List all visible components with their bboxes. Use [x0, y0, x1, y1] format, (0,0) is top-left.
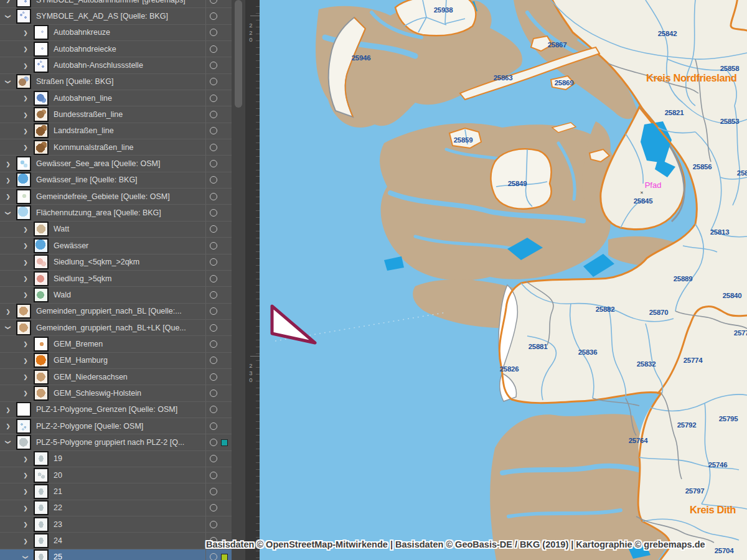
layer-thumbnail[interactable]	[16, 304, 31, 319]
chevron-right-icon[interactable]: ❯	[22, 243, 30, 249]
layer-row[interactable]: ❯Bundesstraßen_line	[0, 106, 232, 123]
map-canvas[interactable]: 2593825946258672586325869258422585825821…	[260, 0, 747, 560]
layer-thumbnail[interactable]	[34, 337, 49, 352]
layer-thumbnail[interactable]	[34, 58, 49, 73]
chevron-right-icon[interactable]: ❯	[22, 341, 30, 347]
layer-row[interactable]: ❯23	[0, 516, 232, 533]
layer-row[interactable]: ❯Gemeindefreie_Gebiete [Quelle: OSM]	[0, 189, 232, 205]
layer-thumbnail[interactable]	[34, 91, 49, 106]
chevron-right-icon[interactable]: ❯	[22, 390, 30, 396]
chevron-right-icon[interactable]: ❯	[22, 455, 30, 462]
layer-row[interactable]: ❯Gewässer_line [Quelle: BKG]	[0, 172, 232, 189]
target-circle-icon[interactable]	[210, 488, 217, 495]
chevron-right-icon[interactable]: ❯	[22, 374, 30, 380]
layer-thumbnail[interactable]	[34, 484, 49, 499]
layer-thumbnail[interactable]	[16, 0, 31, 7]
layer-row[interactable]: ❯SYMBOLE_AK_AD_AS [Quelle: BKG]	[0, 8, 232, 24]
layer-thumbnail[interactable]	[34, 549, 49, 560]
chevron-right-icon[interactable]: ❯	[4, 161, 12, 167]
layer-thumbnail[interactable]	[16, 172, 31, 187]
chevron-right-icon[interactable]: ❯	[22, 62, 30, 68]
layer-thumbnail[interactable]	[34, 353, 49, 368]
chevron-right-icon[interactable]: ❯	[22, 95, 30, 101]
target-circle-icon[interactable]	[210, 291, 217, 299]
layer-thumbnail[interactable]	[34, 140, 49, 155]
layer-row[interactable]: ❯24	[0, 533, 232, 549]
layer-row[interactable]: ❯GEM_Hamburg	[0, 353, 232, 369]
chevron-right-icon[interactable]: ❯	[22, 144, 30, 151]
chevron-right-icon[interactable]: ❯	[22, 276, 30, 282]
scrollbar-thumb[interactable]	[235, 0, 242, 108]
layer-thumbnail[interactable]	[34, 517, 49, 532]
target-circle-icon[interactable]	[210, 521, 217, 528]
layer-row[interactable]: ❯Autobahndreiecke	[0, 41, 232, 57]
layer-thumbnail[interactable]	[16, 402, 31, 417]
layer-row[interactable]: ❯Autobahnkreuze	[0, 25, 232, 41]
layer-thumbnail[interactable]	[16, 419, 31, 434]
chevron-right-icon[interactable]: ❯	[22, 357, 30, 363]
chevron-down-icon[interactable]: ❯	[5, 78, 11, 86]
layer-thumbnail[interactable]	[16, 189, 31, 204]
layer-row[interactable]: ❯Wald	[0, 287, 232, 303]
layer-row[interactable]: ❯21	[0, 483, 232, 500]
layer-row[interactable]: ❯22	[0, 500, 232, 516]
layer-thumbnail[interactable]	[16, 9, 31, 24]
target-circle-icon[interactable]	[210, 390, 217, 397]
panel-scrollbar[interactable]	[232, 0, 245, 560]
layer-thumbnail[interactable]	[16, 74, 31, 89]
chevron-right-icon[interactable]: ❯	[22, 538, 30, 544]
chevron-down-icon[interactable]: ❯	[5, 209, 11, 217]
layer-thumbnail[interactable]	[16, 435, 31, 450]
target-circle-icon[interactable]	[210, 111, 217, 118]
chevron-right-icon[interactable]: ❯	[4, 177, 12, 184]
chevron-right-icon[interactable]: ❯	[4, 406, 12, 413]
chevron-right-icon[interactable]: ❯	[4, 423, 12, 429]
target-circle-icon[interactable]	[210, 275, 217, 282]
chevron-down-icon[interactable]: ❯	[5, 324, 11, 332]
layer-row[interactable]: ❯Autobahn-Anschlussstelle	[0, 57, 232, 73]
target-circle-icon[interactable]	[210, 160, 217, 167]
target-circle-icon[interactable]	[210, 242, 217, 250]
target-circle-icon[interactable]	[210, 45, 217, 53]
layer-row[interactable]: ❯PLZ-5-Polygone gruppiert nach PLZ-2 [Q.…	[0, 434, 232, 450]
layer-thumbnail[interactable]	[34, 238, 49, 253]
layer-row[interactable]: ❯SYMBOLE_Autobahnnummer [grebemaps]	[0, 0, 232, 8]
chevron-right-icon[interactable]: ❯	[4, 0, 12, 3]
target-circle-icon[interactable]	[210, 373, 217, 381]
chevron-right-icon[interactable]: ❯	[4, 308, 12, 314]
target-circle-icon[interactable]	[210, 340, 217, 348]
layer-row[interactable]: ❯19	[0, 451, 232, 467]
layer-row[interactable]: ❯Siedlung_<5qkm_>2qkm	[0, 254, 232, 271]
layer-row[interactable]: ❯Gewässer_See_area [Quelle: OSM]	[0, 156, 232, 172]
chevron-down-icon[interactable]: ❯	[5, 439, 11, 447]
target-circle-icon[interactable]	[210, 472, 217, 479]
layer-row[interactable]: ❯PLZ-2-Polygone [Quelle: OSM]	[0, 418, 232, 434]
layer-row[interactable]: ❯Landstraßen_line	[0, 123, 232, 139]
layer-row[interactable]: ❯Autobahnen_line	[0, 90, 232, 106]
layer-row[interactable]: ❯Gemeinden_gruppiert_nach_BL [Quelle:...	[0, 304, 232, 320]
layer-row[interactable]: ❯GEM_Schleswig-Holstein	[0, 385, 232, 401]
layer-row[interactable]: ❯Flächennutzung_area [Quelle: BKG]	[0, 205, 232, 221]
target-circle-icon[interactable]	[210, 439, 217, 446]
target-circle-icon[interactable]	[210, 62, 217, 69]
layer-row[interactable]: ❯Watt	[0, 222, 232, 238]
layer-row[interactable]: ❯Gemeinden_gruppiert_nach_BL+LK [Que...	[0, 320, 232, 336]
layer-row[interactable]: ❯GEM_Niedersachsen	[0, 369, 232, 385]
chevron-down-icon[interactable]: ❯	[22, 553, 29, 560]
layer-thumbnail[interactable]	[34, 254, 49, 269]
layer-thumbnail[interactable]	[34, 451, 49, 466]
target-circle-icon[interactable]	[210, 144, 217, 151]
layer-thumbnail[interactable]	[34, 370, 49, 385]
target-circle-icon[interactable]	[210, 95, 217, 102]
chevron-right-icon[interactable]: ❯	[22, 226, 30, 233]
chevron-right-icon[interactable]: ❯	[22, 488, 30, 495]
layer-row[interactable]: ❯Siedlung_>5qkm	[0, 271, 232, 287]
chevron-right-icon[interactable]: ❯	[22, 505, 30, 511]
chevron-right-icon[interactable]: ❯	[4, 194, 12, 200]
target-circle-icon[interactable]	[210, 12, 217, 20]
chevron-right-icon[interactable]: ❯	[22, 472, 30, 478]
layer-row[interactable]: ❯GEM_Bremen	[0, 336, 232, 352]
target-circle-icon[interactable]	[210, 553, 217, 560]
layer-thumbnail[interactable]	[34, 533, 49, 548]
layer-thumbnail[interactable]	[34, 42, 49, 57]
